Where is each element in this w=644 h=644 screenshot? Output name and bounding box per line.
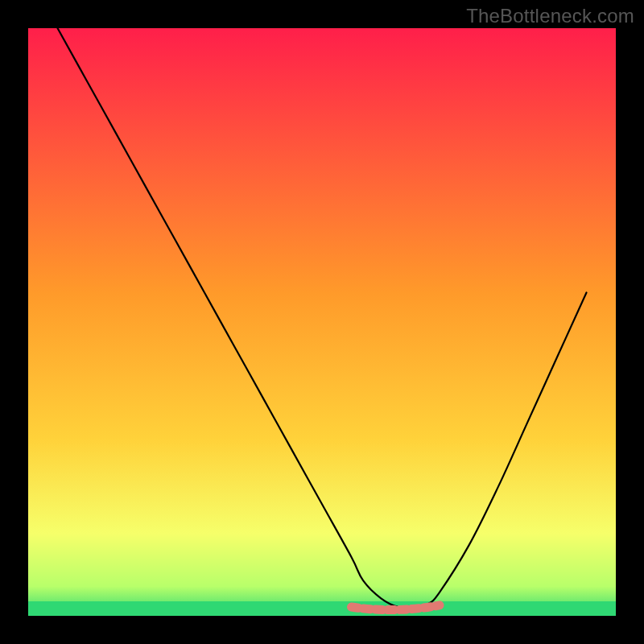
trough-band: [352, 605, 440, 610]
watermark-text: TheBottleneck.com: [466, 5, 634, 27]
curve-layer: [28, 28, 616, 616]
bottleneck-curve: [58, 28, 587, 608]
plot-area: [28, 28, 616, 616]
chart-stage: TheBottleneck.com: [0, 0, 644, 644]
